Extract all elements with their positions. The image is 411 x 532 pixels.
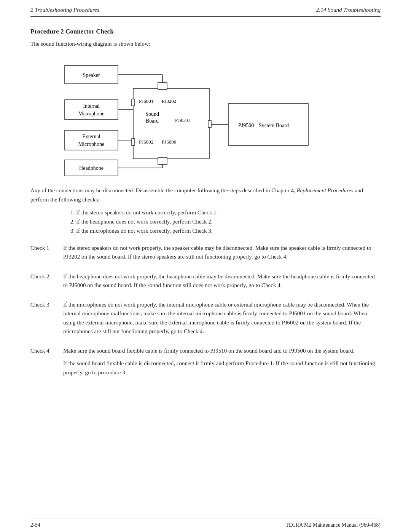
- footer-left: 2-54: [30, 522, 40, 528]
- system-board-label: System Board: [259, 123, 289, 128]
- page: 2 Troubleshooting Procedures 2.14 Sound …: [0, 0, 411, 532]
- list-item-2: If the headphone does not work correctly…: [76, 219, 381, 225]
- check-3-content: If the microphones do not work properly,…: [63, 300, 381, 340]
- headphone-label: Headphone: [79, 165, 104, 171]
- check-3-text: If the microphones do not work properly,…: [63, 300, 381, 336]
- wiring-diagram: Speaker Internal Microphone External Mic…: [42, 54, 316, 176]
- italic-text: Replacement Procedures: [296, 187, 353, 193]
- check-list: If the stereo speakers do not work corre…: [76, 209, 381, 237]
- check-4-content: Make sure the sound board flexible cable…: [63, 347, 381, 381]
- sound-board-label: Sound: [145, 111, 159, 117]
- check-3-block: Check 3 If the microphones do not work p…: [30, 300, 381, 340]
- pj6000-label: PJ6000: [162, 139, 176, 145]
- header-left: 2 Troubleshooting Procedures: [30, 7, 99, 13]
- procedure-title: Procedure 2 Connector Check: [30, 28, 381, 35]
- check-1-block: Check 1 If the stereo speakers do not wo…: [30, 244, 381, 265]
- headphone-connector-notch: [158, 158, 167, 165]
- internal-mic-label: Internal: [83, 103, 100, 109]
- check-3-label: Check 3: [30, 300, 56, 340]
- sound-board-label2: Board: [146, 118, 159, 124]
- diagram-container: Speaker Internal Microphone External Mic…: [42, 54, 381, 177]
- check-2-block: Check 2 If the headphone does not work p…: [30, 272, 381, 294]
- list-item-1: If the stereo speakers do not work corre…: [76, 209, 381, 216]
- check-1-content: If the stereo speakers do not work prope…: [63, 244, 381, 265]
- check-1-text: If the stereo speakers do not work prope…: [63, 244, 381, 262]
- external-mic-label2: Microphone: [78, 141, 104, 147]
- pj9510-connector: [208, 121, 211, 128]
- page-header: 2 Troubleshooting Procedures 2.14 Sound …: [30, 0, 381, 17]
- body-intro: Any of the connections may be disconnect…: [30, 186, 381, 204]
- ext-mic-connector: [132, 139, 135, 145]
- check-4-para-2: If the sound board flexible cable is dis…: [63, 359, 381, 377]
- check-2-text: If the headphone does not work properly,…: [63, 272, 381, 290]
- check-4-label: Check 4: [30, 347, 56, 381]
- pj9500-label: PJ9500: [238, 123, 254, 128]
- check-4-block: Check 4 Make sure the sound board flexib…: [30, 347, 381, 381]
- speaker-connector-notch: [158, 83, 167, 89]
- pj6002-label: PJ6002: [139, 139, 153, 145]
- check-4-para-1: Make sure the sound board flexible cable…: [63, 347, 381, 355]
- pj3202-label: PJ3202: [162, 98, 176, 104]
- int-mic-connector: [132, 99, 135, 106]
- external-mic-box: [65, 130, 118, 150]
- pj9510-label: PJ9510: [175, 117, 190, 123]
- external-mic-label: External: [82, 134, 100, 139]
- internal-mic-label2: Microphone: [78, 111, 104, 117]
- pj6001-label: PJ6001: [139, 98, 153, 104]
- internal-mic-box: [65, 100, 118, 120]
- check-1-label: Check 1: [30, 244, 56, 265]
- page-footer: 2-54 TECRA M2 Maintenance Manual (960-46…: [30, 519, 381, 532]
- check-2-content: If the headphone does not work properly,…: [63, 272, 381, 294]
- speaker-label: Speaker: [83, 72, 100, 78]
- check-2-label: Check 2: [30, 272, 56, 294]
- intro-text: The sound function-wiring diagram is sho…: [30, 41, 381, 47]
- header-right: 2.14 Sound Troubleshooting: [316, 7, 381, 13]
- list-item-3: If the microphones do not work correctly…: [76, 228, 381, 234]
- footer-right: TECRA M2 Maintenance Manual (960-468): [285, 522, 381, 528]
